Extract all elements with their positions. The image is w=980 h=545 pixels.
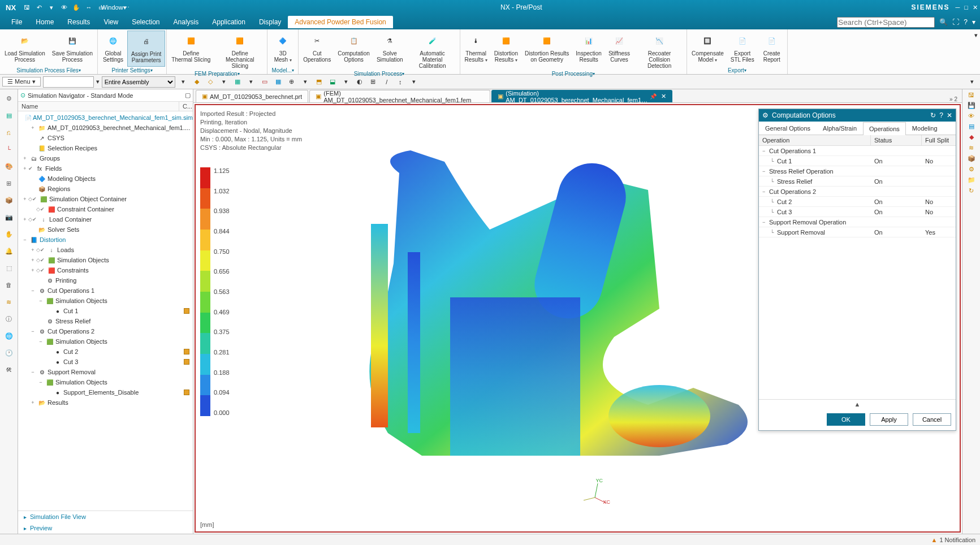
ribbon-thermal-results[interactable]: 🌡ThermalResults ▾ — [461, 31, 491, 70]
ribbon-save-simulation-process[interactable]: 💾Save SimulationProcess — [49, 31, 96, 67]
graphics-canvas[interactable]: Imported Result : ProjectedPrinting, Ite… — [195, 104, 961, 533]
comp-expander[interactable]: └ — [770, 199, 777, 205]
comp-expander[interactable]: └ — [770, 179, 777, 184]
ribbon-automatic-material-calibration[interactable]: 🧪Automatic MaterialCalibration — [407, 31, 459, 70]
comp-tab-alpha-strain[interactable]: Alpha/Strain — [817, 122, 863, 135]
search-input[interactable] — [837, 17, 935, 28]
ribbon-stiffness-curves[interactable]: 📈StiffnessCurves — [605, 31, 633, 70]
comp-tab-modeling[interactable]: Modeling — [906, 122, 944, 135]
minimize-icon[interactable]: ─ — [956, 4, 960, 11]
tree-row[interactable]: ↗CSYS — [18, 133, 193, 143]
tb-icon-10[interactable]: ▾ — [300, 76, 311, 88]
tabs-overflow[interactable]: » 2 — [945, 96, 962, 102]
tree-expander[interactable]: + — [21, 217, 28, 222]
ribbon-load-simulation-process[interactable]: 📂Load SimulationProcess — [1, 31, 49, 67]
tb-icon-8[interactable]: ▦ — [273, 76, 284, 88]
tree-row[interactable]: +◇✔🟩Simulation Objects — [18, 255, 193, 265]
tree-expander[interactable]: + — [29, 125, 36, 131]
rail-tree-icon[interactable]: ⎌ — [2, 126, 16, 139]
tree-expander[interactable]: + — [21, 155, 28, 161]
fullscreen-icon[interactable]: ⛶ — [952, 18, 959, 26]
rr-refresh-icon[interactable]: ↻ — [969, 187, 974, 194]
rail-nav-icon[interactable]: ▤ — [2, 109, 16, 122]
ribbon-group-dd[interactable]: ▾ — [744, 68, 746, 73]
tree-row[interactable]: −🟩Simulation Objects — [18, 296, 193, 306]
tb-icon-5[interactable]: ▦ — [232, 76, 243, 88]
ribbon-compensate-model[interactable]: 🔲CompensateModel ▾ — [688, 31, 727, 67]
comp-tab-operations[interactable]: Operations — [863, 122, 906, 135]
ribbon-group-dd[interactable]: ▾ — [292, 68, 294, 73]
tree-expander[interactable]: − — [37, 339, 44, 344]
appearance-icon[interactable]: 👁 — [59, 2, 69, 12]
ribbon-inspection-results[interactable]: 📊InspectionResults — [572, 31, 605, 70]
tree-row[interactable]: −⚙Cut Operations 2 — [18, 326, 193, 336]
tb-overflow-icon[interactable]: ▾ — [966, 76, 978, 88]
tb-icon-9[interactable]: ⊕ — [286, 76, 297, 88]
rr-save-icon[interactable]: 🖫 — [968, 92, 974, 98]
ribbon-global-settings[interactable]: 🌐GlobalSettings — [99, 31, 127, 67]
comp-row[interactable]: −Cut Operations 2 — [759, 187, 956, 197]
comp-row[interactable]: └Cut 3OnNo — [759, 207, 956, 217]
tree-row[interactable]: +◇✔↓Load Container — [18, 214, 193, 224]
tree-row[interactable]: 📄AM_DT_01029053_berechnet_Mechanical_fem… — [18, 113, 193, 123]
tree-row[interactable]: ●Cut 3 — [18, 357, 193, 367]
document-tab[interactable]: ▣AM_DT_01029053_berechnet.prt — [196, 90, 308, 102]
tree-row[interactable]: +📂Results — [18, 397, 193, 408]
tree-expander[interactable]: − — [29, 328, 36, 334]
comp-expander[interactable]: − — [762, 168, 769, 174]
ribbon-cut-operations[interactable]: ✂CutOperations — [300, 31, 334, 70]
comp-row[interactable]: └Cut 2OnNo — [759, 197, 956, 207]
cancel-button[interactable]: Cancel — [913, 413, 951, 426]
rail-palette-icon[interactable]: 🎨 — [2, 159, 16, 173]
comp-tab-general-options[interactable]: General Options — [759, 122, 817, 135]
tree-row[interactable]: −⚙Support Removal — [18, 367, 193, 377]
ribbon-distortion-results-on-geometry[interactable]: 🟧Distortion Resultson Geometry — [521, 31, 572, 70]
rail-trash-icon[interactable]: 🗑 — [2, 278, 16, 292]
notification-icon[interactable]: ▲ — [931, 537, 938, 543]
ribbon-computation-options[interactable]: 📋ComputationOptions — [334, 31, 373, 70]
tb-icon-18[interactable]: ▾ — [408, 76, 420, 88]
tree-row[interactable]: +🗂Groups — [18, 153, 193, 163]
nav-footer-simfile[interactable]: Simulation File View — [18, 511, 193, 522]
comp-row[interactable]: −Support Removal Operation — [759, 217, 956, 227]
nav-col-c[interactable]: C... — [179, 102, 193, 111]
notification-label[interactable]: 1 Notification — [939, 537, 975, 543]
comp-expander[interactable]: └ — [770, 209, 777, 215]
comp-row[interactable]: −Stress Relief Operation — [759, 166, 956, 176]
tb-icon-6[interactable]: ▾ — [245, 76, 257, 88]
comp-row[interactable]: └Support RemovalOnYes — [759, 227, 956, 237]
finder-input[interactable] — [43, 76, 94, 88]
document-tab[interactable]: ▣(FEM) AM_DT_01029053_berechnet_Mechanic… — [309, 90, 490, 102]
tree-row[interactable]: 📦Regions — [18, 184, 193, 194]
ribbon-define-mechanical-slicing[interactable]: 🟧DefineMechanical Slicing — [214, 31, 266, 70]
rail-chart-icon[interactable]: └ — [2, 142, 16, 156]
rail-globe-icon[interactable]: 🌐 — [2, 329, 16, 343]
ribbon-define-thermal-slicing[interactable]: 🟧DefineThermal Slicing — [168, 31, 214, 70]
assembly-select[interactable]: Entire Assembly — [102, 76, 175, 88]
ok-button[interactable]: OK — [827, 413, 865, 426]
comp-close-icon[interactable]: ✕ — [947, 111, 952, 119]
tree-expander[interactable]: − — [37, 379, 44, 385]
filter-dropdown[interactable]: ▾ — [96, 78, 100, 85]
window-menu[interactable]: Window ▾ — [109, 2, 119, 12]
menu-file[interactable]: File — [5, 16, 29, 28]
tb-icon-13[interactable]: ▾ — [340, 76, 352, 88]
rail-hand-icon[interactable]: ✋ — [2, 227, 16, 241]
tree-expander[interactable]: − — [37, 298, 44, 304]
comp-col-fullsplit[interactable]: Full Split — [922, 135, 956, 145]
document-tab[interactable]: ▣(Simulation) AM_DT_01029053_berechnet_M… — [491, 90, 672, 102]
rr-disk-icon[interactable]: 💾 — [968, 102, 975, 109]
nav-col-name[interactable]: Name — [18, 102, 179, 111]
tree-row[interactable]: ⚙Printing — [18, 275, 193, 286]
maximize-icon[interactable]: □ — [964, 4, 968, 11]
tree-expander[interactable]: + — [29, 247, 36, 253]
tree-row[interactable]: +◇✔🟩Simulation Object Container — [18, 194, 193, 204]
help-icon[interactable]: ? — [964, 18, 968, 26]
rr-box-icon[interactable]: 📦 — [968, 155, 975, 162]
menu-selection[interactable]: Selection — [125, 16, 166, 28]
ribbon-export-stl-files[interactable]: 📄ExportSTL Files — [727, 31, 758, 67]
tree-row[interactable]: −📘Distortion — [18, 235, 193, 245]
rail-grid-icon[interactable]: ⊞ — [2, 176, 16, 190]
tree-expander[interactable]: + — [21, 196, 28, 202]
pin-icon[interactable]: 📌 — [650, 93, 657, 100]
